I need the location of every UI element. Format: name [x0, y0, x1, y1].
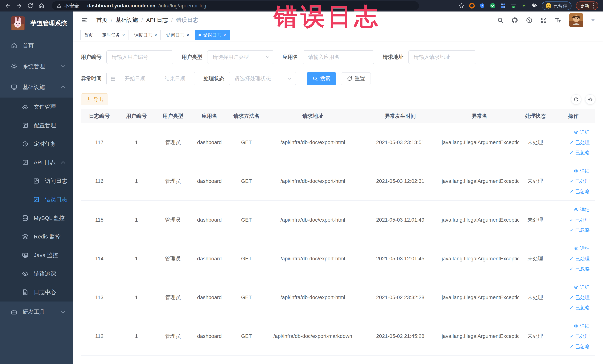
collapse-sidebar-icon[interactable] [81, 17, 88, 24]
app-name-input[interactable] [303, 50, 374, 64]
processed-link[interactable]: 已处理 [569, 256, 590, 262]
ignored-link[interactable]: 已忽略 [569, 343, 590, 350]
breadcrumb-item[interactable]: API 日志 [146, 16, 168, 24]
detail-link[interactable]: 详细 [574, 129, 590, 136]
sidebar-item-infrastructure[interactable]: 基础设施 [0, 77, 73, 97]
extension-icon-blue-grid[interactable] [500, 3, 506, 9]
processed-link[interactable]: 已处理 [569, 178, 590, 185]
tag-home[interactable]: 首页 [81, 30, 96, 40]
bookmark-star-icon[interactable] [458, 3, 464, 9]
search-button[interactable]: 搜索 [307, 72, 336, 85]
browser-menu-icon[interactable] [592, 2, 594, 9]
cell-user-type: 管理员 [155, 333, 191, 340]
sidebar-item-system-management[interactable]: 系统管理 [0, 56, 73, 77]
close-icon[interactable] [154, 33, 157, 37]
breadcrumb-item[interactable]: 首页 [96, 16, 107, 24]
sidebar-item-trace[interactable]: 链路追踪 [0, 264, 73, 283]
cell-url: /api/infra/db-doc/export-html [265, 140, 360, 145]
search-icon[interactable] [497, 17, 504, 23]
tag-access-log[interactable]: 访问日志 [163, 30, 193, 40]
security-label[interactable]: 不安全 [65, 3, 79, 9]
user-id-input[interactable] [106, 50, 173, 64]
fullscreen-icon[interactable] [540, 17, 547, 23]
user-type-select[interactable] [207, 50, 274, 64]
check-icon [569, 267, 574, 271]
date-end-placeholder[interactable]: 结束日期 [159, 75, 191, 82]
detail-link[interactable]: 详细 [574, 323, 590, 329]
date-start-placeholder[interactable]: 开始日期 [119, 75, 151, 82]
processed-link[interactable]: 已处理 [569, 217, 590, 223]
ignored-link[interactable]: 已忽略 [569, 150, 590, 156]
status-select[interactable] [229, 72, 296, 85]
processed-link[interactable]: 已处理 [569, 333, 590, 340]
extension-icon-switch-on[interactable]: on [510, 3, 516, 9]
sidebar-item-api-log[interactable]: API 日志 [0, 153, 73, 172]
layers-icon [22, 233, 29, 240]
date-range-picker[interactable]: 开始日期 - 结束日期 [106, 72, 195, 85]
sidebar-item-log-center[interactable]: 日志中心 [0, 283, 73, 302]
ignored-label: 已忽略 [575, 343, 590, 350]
sidebar-item-dev-tools[interactable]: 研发工具 [0, 302, 73, 322]
help-icon[interactable] [526, 17, 533, 23]
ignored-link[interactable]: 已忽略 [569, 227, 590, 234]
request-url-input[interactable] [408, 50, 476, 64]
url-host[interactable]: dashboard.yudao.iocoder.cn [87, 3, 156, 9]
ignored-link[interactable]: 已忽略 [569, 188, 590, 195]
paused-extension-pill[interactable]: 已暂停 [542, 1, 571, 10]
reset-button[interactable]: 重置 [341, 72, 371, 85]
reload-icon[interactable] [27, 3, 33, 9]
sidebar-item-file-management[interactable]: 文件管理 [0, 97, 73, 116]
sidebar-item-config-management[interactable]: 配置管理 [0, 116, 73, 135]
sidebar-item-home[interactable]: 首页 [0, 35, 73, 56]
user-type-select-input[interactable] [207, 50, 274, 64]
extension-icon-white-paw[interactable] [531, 3, 537, 9]
back-icon[interactable] [5, 3, 11, 9]
font-size-icon[interactable] [555, 17, 561, 23]
processed-link[interactable]: 已处理 [569, 294, 590, 301]
sidebar-item-mysql-monitor[interactable]: MySQL 监控 [0, 209, 73, 227]
extension-icon-orange-ring[interactable] [469, 3, 475, 9]
detail-link[interactable]: 详细 [574, 168, 590, 174]
cell-exception: java.lang.IllegalArgumentException [440, 140, 519, 145]
not-secure-warning-icon[interactable] [57, 3, 61, 8]
sidebar-item-access-log[interactable]: 访问日志 [0, 172, 73, 190]
ignored-link[interactable]: 已忽略 [569, 305, 590, 311]
tag-scheduled-tasks[interactable]: 定时任务 [99, 30, 128, 40]
tag-schedule-log[interactable]: 调度日志 [131, 30, 161, 40]
github-icon[interactable] [511, 17, 518, 23]
detail-link[interactable]: 详细 [574, 284, 590, 291]
refresh-table-button[interactable] [571, 94, 581, 104]
tags-view-bar: 首页 定时任务 调度日志 访问日志 错误日志 [73, 29, 603, 41]
cell-log-id: 115 [81, 217, 118, 223]
detail-link[interactable]: 详细 [574, 207, 590, 213]
forward-icon[interactable] [16, 3, 22, 9]
sidebar-item-error-log[interactable]: 错误日志 [0, 190, 73, 209]
sidebar-item-redis-monitor[interactable]: Redis 监控 [0, 227, 73, 246]
breadcrumb-separator: / [171, 17, 173, 23]
close-icon[interactable] [223, 33, 226, 37]
browser-toolbar: 不安全 dashboard.yudao.iocoder.cn/infra/log… [0, 0, 603, 12]
sidebar-item-java-monitor[interactable]: Java 监控 [0, 246, 73, 264]
column-settings-button[interactable] [585, 94, 595, 104]
extension-icon-green-check[interactable] [490, 3, 496, 9]
user-menu-caret-icon[interactable] [591, 19, 595, 21]
processed-link[interactable]: 已处理 [569, 139, 590, 146]
user-avatar[interactable] [569, 13, 583, 27]
sidebar-item-scheduled-tasks[interactable]: 定时任务 [0, 135, 73, 153]
browser-update-button[interactable]: 更新 [576, 1, 598, 10]
extension-icon-blue-shield[interactable] [479, 3, 485, 9]
breadcrumb-item[interactable]: 基础设施 [116, 16, 138, 24]
app-logo-row[interactable]: 芋道管理系统 [0, 12, 73, 35]
close-icon[interactable] [186, 33, 189, 37]
tag-error-log-active[interactable]: 错误日志 [195, 30, 230, 40]
detail-link[interactable]: 详细 [574, 245, 590, 252]
extension-icon-green-leaf[interactable] [521, 3, 527, 9]
address-bar[interactable]: 不安全 dashboard.yudao.iocoder.cn/infra/log… [52, 1, 419, 10]
close-icon[interactable] [122, 33, 125, 37]
home-icon[interactable] [38, 3, 45, 9]
url-path[interactable]: /infra/log/api-error-log [159, 3, 206, 9]
eye-icon [574, 169, 579, 173]
ignored-link[interactable]: 已忽略 [569, 266, 590, 272]
status-select-input[interactable] [229, 72, 296, 85]
export-button[interactable]: 导出 [81, 94, 108, 105]
